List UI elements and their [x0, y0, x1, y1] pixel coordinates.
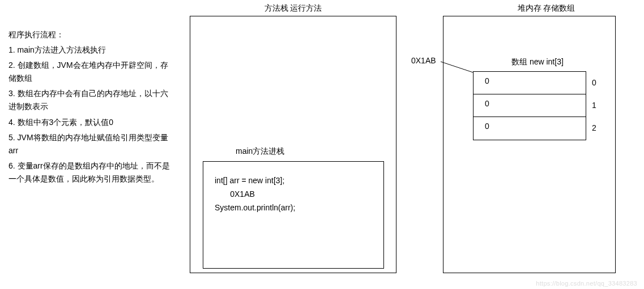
array-indices: 0 1 2	[592, 71, 596, 139]
array-cell: 0	[474, 72, 586, 94]
heap-header: 堆内存 存储数组	[443, 3, 616, 14]
array-index: 1	[592, 94, 596, 117]
watermark: https://blog.csdn.net/qq_33483283	[536, 280, 637, 287]
array-cell: 0	[474, 94, 586, 117]
heap-memory-section: 堆内存 存储数组 0X1AB 数组 new int[3] 0 0 0 0 1 2	[443, 3, 616, 273]
code-line: System.out.println(arr);	[215, 201, 372, 215]
array-value: 0	[474, 72, 586, 94]
flow-step: 6. 变量arr保存的是数组内存中的地址，而不是一个具体是数值，因此称为引用数据…	[8, 159, 176, 186]
main-frame-label: main方法进栈	[236, 146, 284, 157]
flow-step: 4. 数组中有3个元素，默认值0	[8, 116, 176, 129]
array-value: 0	[474, 117, 586, 140]
flow-step: 3. 数组在内存中会有自己的内存地址，以十六进制数表示	[8, 87, 176, 113]
method-stack-section: 方法栈 运行方法 main方法进栈 int[] arr = new int[3]…	[190, 3, 396, 273]
flow-description: 程序执行流程： 1. main方法进入方法栈执行 2. 创建数组，JVM会在堆内…	[8, 28, 176, 188]
flow-step: 1. main方法进入方法栈执行	[8, 44, 176, 57]
flow-step: 2. 创建数组，JVM会在堆内存中开辟空间，存储数组	[8, 59, 176, 85]
heap-address-label: 0X1AB	[411, 56, 436, 65]
array-title: 数组 new int[3]	[511, 57, 564, 67]
stack-header: 方法栈 运行方法	[190, 3, 396, 14]
main-stack-frame: int[] arr = new int[3]; 0X1AB System.out…	[203, 161, 384, 269]
array-value: 0	[474, 94, 586, 117]
flow-step: 5. JVM将数组的内存地址赋值给引用类型变量arr	[8, 131, 176, 157]
connector-line	[441, 61, 474, 73]
array-index: 2	[592, 117, 596, 139]
svg-line-0	[441, 62, 473, 72]
array-cell: 0	[474, 117, 586, 140]
heap-box: 0X1AB 数组 new int[3] 0 0 0 0 1 2	[443, 16, 616, 273]
flow-title: 程序执行流程：	[8, 28, 176, 41]
array-index: 0	[592, 71, 596, 94]
array-object: 0 0 0	[473, 71, 586, 140]
code-line: 0X1AB	[215, 188, 372, 201]
code-line: int[] arr = new int[3];	[215, 174, 372, 188]
stack-box: main方法进栈 int[] arr = new int[3]; 0X1AB S…	[190, 16, 396, 273]
